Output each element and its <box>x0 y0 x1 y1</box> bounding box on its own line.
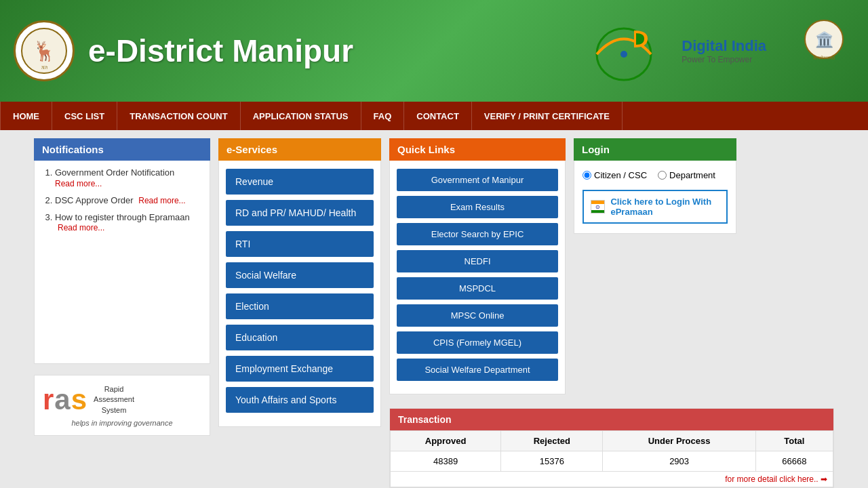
epramaan-login-button[interactable]: ⊙ Click here to Login With ePramaan <box>583 190 728 224</box>
svg-point-4 <box>620 51 627 58</box>
transaction-table: Approved Rejected Under Process Total 48… <box>390 430 833 472</box>
ql-exam-results[interactable]: Exam Results <box>397 196 558 218</box>
eservice-social-welfare[interactable]: Social Welfare <box>226 262 374 288</box>
notifications-body: Government Order Notification Read more.… <box>34 161 210 364</box>
notification-item-2: DSC Approve Order Read more... <box>55 195 201 205</box>
read-more-2-inline[interactable]: Read more... <box>138 196 185 205</box>
svg-text:🏛️: 🏛️ <box>815 30 834 49</box>
nav-verify-print[interactable]: VERIFY / PRINT CERTIFICATE <box>472 102 623 130</box>
val-total: 66668 <box>755 451 833 472</box>
transaction-section: Transaction Approved Rejected Under Proc… <box>389 401 834 488</box>
epramaan-label: Click here to Login With ePramaan <box>610 197 719 217</box>
department-radio[interactable] <box>658 171 667 180</box>
notifications-header: Notifications <box>34 138 210 161</box>
quicklinks-body: Government of Manipur Exam Results Elect… <box>389 161 566 394</box>
login-header: Login <box>574 138 736 161</box>
ql-mspdcl[interactable]: MSPDCL <box>397 277 558 300</box>
eservice-rd-pr[interactable]: RD and PR/ MAHUD/ Health <box>226 200 374 226</box>
notification-text-3: How to register through Epramaan <box>55 212 190 222</box>
col-total: Total <box>755 431 833 451</box>
nav-contact[interactable]: CONTACT <box>404 102 472 130</box>
digital-india-graphic <box>587 17 675 85</box>
eservices-body: Revenue RD and PR/ MAHUD/ Health RTI Soc… <box>218 161 381 427</box>
transaction-header: Transaction <box>390 409 833 430</box>
nav-home[interactable]: HOME <box>0 102 52 130</box>
department-label: Department <box>669 170 715 180</box>
eservice-revenue[interactable]: Revenue <box>226 169 374 195</box>
ras-label: Rapid Assessment System <box>94 384 134 415</box>
col-rejected: Rejected <box>501 431 603 451</box>
department-radio-label[interactable]: Department <box>658 170 715 180</box>
arrow-icon: ➡ <box>821 474 827 484</box>
flag-green <box>591 210 604 214</box>
eservice-youth-affairs[interactable]: Youth Affairs and Sports <box>226 387 374 413</box>
ras-tagline: helps in improving governance <box>43 419 201 427</box>
ras-r: r <box>43 384 54 416</box>
col-approved: Approved <box>391 431 501 451</box>
ras-logo-section: r a s Rapid Assessment System helps in i… <box>34 375 210 436</box>
notification-item-1: Government Order Notification Read more.… <box>55 167 201 188</box>
col-under-process: Under Process <box>603 431 755 451</box>
svg-text:ᱤᱡᱤ: ᱤᱡᱤ <box>41 65 47 70</box>
eservice-election[interactable]: Election <box>226 293 374 319</box>
login-body: Citizen / CSC Department ⊙ <box>574 161 736 234</box>
citizen-csc-radio-label[interactable]: Citizen / CSC <box>583 170 647 180</box>
site-title: e-District Manipur <box>88 33 559 69</box>
read-more-3-inline[interactable]: Read more... <box>58 223 104 232</box>
eservices-panel: e-Services Revenue RD and PR/ MAHUD/ Hea… <box>218 138 381 488</box>
flag-white: ⊙ <box>591 204 604 210</box>
svg-text:सत्यमेव जयते: सत्यमेव जयते <box>812 55 836 60</box>
login-radio-row: Citizen / CSC Department <box>583 170 728 180</box>
transaction-footer-link[interactable]: for more detail click here.. ➡ <box>390 472 833 487</box>
citizen-csc-radio[interactable] <box>583 171 591 180</box>
transaction-panel: Transaction Approved Rejected Under Proc… <box>389 408 834 488</box>
digital-india-title: Digital India <box>682 37 766 55</box>
transaction-row: 48389 15376 2903 66668 <box>391 451 833 472</box>
quicklinks-header: Quick Links <box>389 138 566 161</box>
nav-transaction-count[interactable]: TRANSACTION COUNT <box>117 102 240 130</box>
mid-row: Quick Links Government of Manipur Exam R… <box>389 138 834 394</box>
ashoka-wheel: ⊙ <box>595 204 600 210</box>
nav-csc-list[interactable]: CSC LIST <box>52 102 117 130</box>
eservice-education[interactable]: Education <box>226 325 374 350</box>
ql-govt-manipur[interactable]: Government of Manipur <box>397 169 558 191</box>
ql-mpsc-online[interactable]: MPSC Online <box>397 304 558 327</box>
state-emblem-logo: 🦌 ᱤᱡᱤ <box>14 20 75 81</box>
notification-text-2: DSC Approve Order <box>55 195 134 205</box>
notification-text-1: Government Order Notification <box>55 167 174 178</box>
val-approved: 48389 <box>391 451 501 472</box>
ql-social-welfare-dept[interactable]: Social Welfare Department <box>397 359 558 381</box>
ql-nedfi[interactable]: NEDFI <box>397 250 558 272</box>
eservice-rti[interactable]: RTI <box>226 231 374 257</box>
india-flag-icon: ⊙ <box>591 200 605 214</box>
login-panel: Login Citizen / CSC Department <box>574 138 736 394</box>
india-emblem-logo: 🏛️ सत्यमेव जयते <box>793 17 854 85</box>
notification-item-3: How to register through Epramaan Read mo… <box>55 212 201 232</box>
navbar: HOME CSC LIST TRANSACTION COUNT APPLICAT… <box>0 102 868 130</box>
notifications-panel: Notifications Government Order Notificat… <box>34 138 210 488</box>
main-content: Notifications Government Order Notificat… <box>0 130 868 488</box>
val-under-process: 2903 <box>603 451 755 472</box>
header: 🦌 ᱤᱡᱤ e-District Manipur Digital India P… <box>0 0 868 102</box>
digital-india-section: Digital India Power To Empower <box>587 17 766 85</box>
citizen-csc-label: Citizen / CSC <box>594 170 647 180</box>
ras-s: s <box>71 384 87 416</box>
nav-faq[interactable]: FAQ <box>361 102 405 130</box>
eservices-header: e-Services <box>218 138 381 161</box>
digital-india-subtitle: Power To Empower <box>682 55 766 64</box>
eservice-employment-exchange[interactable]: Employment Exchange <box>226 356 374 382</box>
ras-a: a <box>54 384 70 416</box>
ql-elector-search[interactable]: Elector Search by EPIC <box>397 223 558 245</box>
svg-text:🦌: 🦌 <box>33 40 56 62</box>
quicklinks-panel: Quick Links Government of Manipur Exam R… <box>389 138 566 394</box>
nav-application-status[interactable]: APPLICATION STATUS <box>241 102 361 130</box>
right-column: Quick Links Government of Manipur Exam R… <box>389 138 834 488</box>
read-more-1[interactable]: Read more... <box>55 179 201 188</box>
ql-cpis[interactable]: CPIS (Formely MGEL) <box>397 331 558 354</box>
val-rejected: 15376 <box>501 451 603 472</box>
